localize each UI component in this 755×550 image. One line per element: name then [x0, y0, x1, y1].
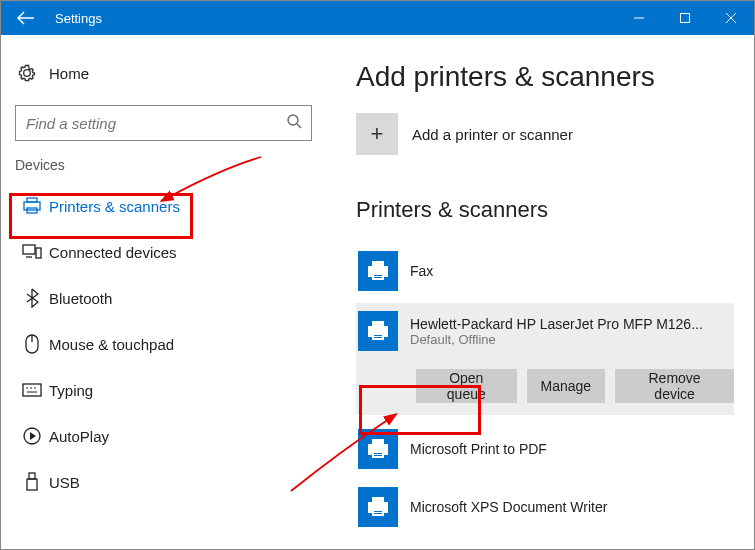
svg-rect-28 — [374, 335, 382, 336]
svg-rect-29 — [374, 337, 382, 338]
svg-rect-23 — [374, 275, 382, 276]
close-button[interactable] — [708, 1, 754, 35]
svg-rect-21 — [372, 261, 384, 266]
svg-rect-22 — [372, 273, 384, 280]
device-row-fax[interactable]: Fax — [356, 245, 734, 297]
device-name: Hewlett-Packard HP LaserJet Pro MFP M126… — [410, 316, 703, 332]
svg-rect-36 — [372, 497, 384, 502]
printer-icon — [358, 429, 398, 469]
manage-button[interactable]: Manage — [527, 369, 606, 403]
add-printer-row[interactable]: + Add a printer or scanner — [356, 113, 734, 155]
sidebar-item-label: Connected devices — [49, 244, 177, 261]
printer-icon — [15, 197, 49, 215]
sidebar-item-label: Mouse & touchpad — [49, 336, 174, 353]
svg-rect-33 — [374, 453, 382, 454]
minimize-button[interactable] — [616, 1, 662, 35]
maximize-button[interactable] — [662, 1, 708, 35]
sidebar-item-autoplay[interactable]: AutoPlay — [15, 413, 312, 459]
autoplay-icon — [15, 427, 49, 445]
remove-device-button[interactable]: Remove device — [615, 369, 734, 403]
svg-rect-26 — [372, 321, 384, 326]
home-label: Home — [39, 65, 89, 82]
main-panel: Add printers & scanners + Add a printer … — [326, 35, 754, 549]
device-actions: Open queue Manage Remove device — [356, 359, 734, 415]
svg-rect-12 — [23, 384, 41, 396]
svg-rect-24 — [374, 277, 382, 278]
svg-rect-32 — [372, 451, 384, 458]
svg-point-2 — [288, 115, 298, 125]
svg-rect-39 — [374, 513, 382, 514]
svg-rect-7 — [23, 245, 35, 254]
back-button[interactable] — [1, 1, 51, 35]
sidebar-item-usb[interactable]: USB — [15, 459, 312, 505]
printer-icon — [358, 251, 398, 291]
device-row-pdf[interactable]: Microsoft Print to PDF — [356, 423, 734, 475]
sidebar-item-bluetooth[interactable]: Bluetooth — [15, 275, 312, 321]
mouse-icon — [15, 334, 49, 354]
sidebar-item-typing[interactable]: Typing — [15, 367, 312, 413]
plus-icon: + — [356, 113, 398, 155]
svg-rect-18 — [29, 473, 35, 479]
sidebar-item-connected[interactable]: Connected devices — [15, 229, 312, 275]
devices-icon — [15, 244, 49, 260]
device-status: Default, Offline — [410, 332, 703, 347]
sidebar-item-label: Bluetooth — [49, 290, 112, 307]
sidebar-section-label: Devices — [15, 157, 312, 173]
add-heading: Add printers & scanners — [356, 61, 734, 93]
svg-rect-8 — [36, 248, 41, 258]
svg-line-3 — [297, 124, 301, 128]
sidebar: Home Devices Printers & scanners Connect… — [1, 35, 326, 549]
sidebar-item-label: AutoPlay — [49, 428, 109, 445]
svg-rect-1 — [681, 14, 690, 23]
window-title: Settings — [51, 11, 616, 26]
printer-icon — [358, 487, 398, 527]
svg-rect-19 — [27, 479, 37, 490]
open-queue-button[interactable]: Open queue — [416, 369, 517, 403]
sidebar-item-label: USB — [49, 474, 80, 491]
gear-icon — [15, 63, 39, 83]
add-printer-label: Add a printer or scanner — [412, 126, 573, 143]
svg-rect-27 — [372, 333, 384, 340]
sidebar-item-printers[interactable]: Printers & scanners — [15, 183, 312, 229]
usb-icon — [15, 472, 49, 492]
svg-rect-38 — [374, 511, 382, 512]
sidebar-home[interactable]: Home — [15, 53, 312, 93]
device-name: Microsoft Print to PDF — [410, 441, 547, 457]
printers-heading: Printers & scanners — [356, 197, 734, 223]
search-input[interactable] — [15, 105, 312, 141]
printer-icon — [358, 311, 398, 351]
search-icon — [286, 113, 302, 129]
sidebar-item-label: Typing — [49, 382, 93, 399]
sidebar-item-mouse[interactable]: Mouse & touchpad — [15, 321, 312, 367]
device-name: Fax — [410, 263, 433, 279]
svg-rect-31 — [372, 439, 384, 444]
svg-rect-37 — [372, 509, 384, 516]
svg-rect-34 — [374, 455, 382, 456]
keyboard-icon — [15, 383, 49, 397]
sidebar-item-label: Printers & scanners — [49, 198, 180, 215]
window-titlebar: Settings — [1, 1, 754, 35]
bluetooth-icon — [15, 288, 49, 308]
device-name: Microsoft XPS Document Writer — [410, 499, 607, 515]
device-row-xps[interactable]: Microsoft XPS Document Writer — [356, 481, 734, 533]
device-row-hp[interactable]: Hewlett-Packard HP LaserJet Pro MFP M126… — [356, 303, 734, 359]
